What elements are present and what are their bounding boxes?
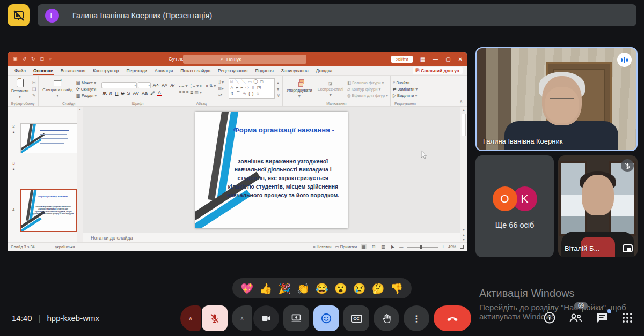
format-painter-icon[interactable]: ✎	[32, 93, 36, 98]
notes-toggle[interactable]: ≡ Нотатки	[313, 244, 331, 249]
tab-slideshow[interactable]: Показ слайдів	[177, 66, 214, 75]
italic-button[interactable]: К	[108, 91, 113, 96]
reaction-clap[interactable]: 👏	[297, 282, 310, 295]
underline-button[interactable]: П	[114, 91, 119, 96]
align-center-icon[interactable]: ≡	[182, 90, 185, 95]
slideshow-view-icon[interactable]: ▶	[390, 244, 396, 249]
cut-icon[interactable]: ✂	[32, 80, 36, 85]
slide-body[interactable]: зовнішнє вираження узгодженої навчальної…	[224, 158, 342, 200]
align-right-icon[interactable]: ≡	[186, 90, 189, 95]
slide-title[interactable]: Форма організації навчання -	[228, 126, 340, 134]
tab-review[interactable]: Рецензування	[214, 66, 251, 75]
vertical-scrollbar[interactable]: ▴ ▾▴▾	[460, 107, 467, 242]
collapse-ribbon-icon[interactable]: ∧	[459, 99, 467, 106]
picture-in-picture-icon[interactable]	[623, 244, 633, 252]
close-icon[interactable]: ✕	[458, 56, 463, 62]
reaction-cry[interactable]: 😢	[353, 282, 366, 295]
camera-button[interactable]	[253, 305, 279, 331]
numbering-icon[interactable]: ⋮≡	[188, 84, 195, 88]
char-spacing-button[interactable]: AV	[132, 91, 140, 96]
save-icon[interactable]: ▣	[13, 56, 18, 62]
shape-outline-button[interactable]: ▱Контур фігури▾	[347, 87, 388, 92]
captions-button[interactable]: CC	[343, 305, 369, 331]
tab-insert[interactable]: Вставлення	[57, 66, 89, 75]
participants-button[interactable]: 69	[569, 311, 583, 324]
video-tile-galyna[interactable]: Галина Іванівна Коерник	[475, 47, 638, 151]
section-button[interactable]: ▦Розділ▾	[76, 93, 97, 98]
thumbnail-slide-3-selected[interactable]: Форма організації навчання - зовнішнє ви…	[20, 189, 77, 232]
increase-indent-icon[interactable]: ⇥	[204, 84, 208, 88]
reaction-thumbs-down[interactable]: 👎	[391, 282, 404, 295]
decrease-indent-icon[interactable]: ⇤	[200, 84, 203, 88]
slide-thumbnails-panel[interactable]: 2✶ 3✶ Форма організації навчання - зовні…	[8, 107, 83, 242]
slide-canvas[interactable]: Форма організації навчання - зовнішнє ви…	[83, 107, 460, 242]
text-shadow-icon[interactable]: S	[126, 91, 131, 96]
tab-home[interactable]: Основне	[30, 66, 57, 75]
shapes-gallery[interactable]: ⌸ ╲ ╲ ▭ ◯ ▢△ ⌐ ⌐ ⇨ ⇩ ◳↯ ⌒ ∿ { } ☆	[229, 78, 275, 99]
search-box[interactable]: ⌕ Пошук	[183, 55, 306, 64]
line-spacing-icon[interactable]: ⇅	[209, 84, 213, 88]
thumbnail-slide-2[interactable]	[20, 123, 77, 153]
sorter-view-icon[interactable]: ⊞	[371, 244, 377, 249]
raise-hand-button[interactable]	[374, 305, 399, 331]
font-size-dropdown[interactable]	[138, 82, 151, 88]
end-call-button[interactable]	[434, 305, 471, 331]
notes-pane[interactable]: Нотатки до слайда	[83, 233, 460, 242]
align-left-icon[interactable]: ≡	[179, 90, 182, 95]
zoom-out-icon[interactable]: —	[399, 244, 404, 249]
quick-access-toolbar[interactable]: ▣ ↺ ↻ ⊡ ▿	[13, 56, 52, 62]
clear-format-icon[interactable]: A̷	[170, 83, 174, 88]
reading-view-icon[interactable]: ▥	[380, 244, 386, 249]
tab-file[interactable]: Файл	[11, 66, 30, 75]
current-slide[interactable]: Форма організації навчання - зовнішнє ви…	[195, 112, 348, 228]
mic-muted-button[interactable]	[202, 305, 228, 331]
shape-fill-button[interactable]: ◧Заливка фігури▾	[347, 80, 388, 85]
reaction-surprised[interactable]: 😮	[334, 282, 347, 295]
new-slide-button[interactable]: Створити слайд▾	[41, 77, 74, 101]
minimize-icon[interactable]: —	[433, 56, 438, 62]
camera-options-chevron[interactable]: ∧	[232, 305, 252, 331]
quick-styles-button[interactable]: ◪ Експрес-стилі▾	[316, 77, 345, 101]
select-button[interactable]: ▷Виділити▾	[393, 93, 418, 98]
text-direction-icon[interactable]: ⇵▾	[218, 80, 224, 85]
find-button[interactable]: ⌕Знайти	[393, 80, 418, 85]
strikethrough-button[interactable]: S	[120, 91, 125, 96]
replace-button[interactable]: ⇄Замінити▾	[393, 87, 418, 92]
present-screen-button[interactable]	[283, 305, 309, 331]
shape-effects-button[interactable]: ◍Ефекти для фігур▾	[347, 93, 388, 98]
zoom-in-icon[interactable]: +	[442, 244, 444, 249]
more-options-button[interactable]: ⋮	[404, 305, 429, 331]
activities-button[interactable]	[621, 312, 633, 324]
justify-icon[interactable]: ≣	[190, 90, 194, 95]
bold-button[interactable]: Ж	[101, 91, 107, 96]
normal-view-icon[interactable]: ▦	[361, 244, 367, 249]
ribbon-options-icon[interactable]: ▦	[420, 56, 425, 62]
meeting-details-button[interactable]	[543, 311, 556, 324]
mic-options-chevron[interactable]: ∧	[180, 305, 201, 331]
tab-design[interactable]: Конструктор	[89, 66, 122, 75]
shrink-font-icon[interactable]: A˅	[160, 83, 168, 88]
chat-button[interactable]	[596, 311, 609, 324]
highlight-icon[interactable]: 🖉	[149, 91, 156, 96]
fit-slide-icon[interactable]	[460, 245, 464, 249]
video-tile-vitalii[interactable]: Віталій Б...	[558, 155, 638, 257]
tab-record[interactable]: Записування	[277, 66, 312, 75]
paste-button[interactable]: Вставити▾	[10, 77, 30, 101]
more-participants-tile[interactable]: O K Ще 66 осіб	[475, 155, 554, 257]
bullets-icon[interactable]: ∷≡	[179, 84, 185, 88]
thumbnails-scrollbar[interactable]: ▴	[77, 107, 83, 242]
share-button[interactable]: ⎘ Спільний доступ	[413, 67, 463, 74]
slideshow-icon[interactable]: ⊡	[40, 56, 45, 62]
columns-icon[interactable]: ▥	[194, 90, 199, 95]
tab-animations[interactable]: Анімація	[151, 66, 177, 75]
tab-transitions[interactable]: Переходи	[123, 66, 151, 75]
arrange-button[interactable]: Упорядкувати▾	[285, 77, 314, 101]
smartart-icon[interactable]: ⤷▾	[218, 93, 224, 98]
reset-button[interactable]: ⟳Скинути	[76, 87, 97, 92]
reaction-thinking[interactable]: 🤔	[372, 282, 385, 295]
presentation-paused-button[interactable]	[8, 4, 30, 26]
align-text-icon[interactable]: ⊟▾	[218, 86, 224, 91]
reactions-button-active[interactable]	[313, 305, 339, 331]
change-case-button[interactable]: Aa	[141, 91, 148, 96]
maximize-icon[interactable]: ▢	[445, 56, 450, 62]
